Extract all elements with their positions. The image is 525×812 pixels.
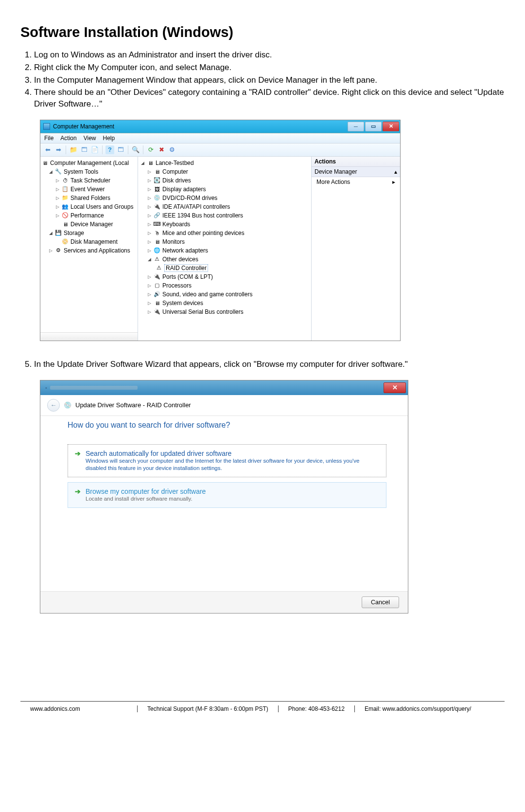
wizard-title: Update Driver Software - RAID Controller — [75, 401, 191, 409]
device-item[interactable]: Keyboards — [162, 221, 190, 228]
arrow-icon: ➔ — [75, 487, 81, 503]
tree-item[interactable]: Storage — [64, 230, 84, 236]
expander-icon[interactable]: ▷ — [147, 301, 152, 306]
device-item[interactable]: DVD/CD-ROM drives — [162, 195, 217, 201]
expander-icon[interactable]: ▷ — [55, 196, 60, 200]
device-item[interactable]: Disk drives — [162, 177, 191, 184]
expander-icon[interactable]: ▷ — [147, 213, 152, 218]
expander-icon[interactable]: ▷ — [55, 178, 60, 183]
menu-action[interactable]: Action — [60, 135, 76, 142]
expander-icon[interactable]: ▷ — [147, 187, 152, 192]
enable-icon[interactable]: ⚙ — [168, 145, 176, 154]
device-item[interactable]: Other devices — [162, 256, 198, 263]
device-item[interactable]: Monitors — [162, 238, 185, 245]
expander-icon[interactable]: ▷ — [55, 187, 60, 192]
device-icon: ⌨ — [154, 221, 160, 228]
page-footer: www.addonics.com Technical Support (M-F … — [20, 701, 505, 724]
device-item[interactable]: System devices — [162, 300, 203, 307]
tree-item[interactable]: Task Scheduler — [70, 177, 110, 184]
device-item[interactable]: IEEE 1394 Bus host controllers — [162, 212, 243, 219]
raid-controller-item[interactable]: RAID Controller — [164, 264, 208, 272]
up-folder-icon[interactable]: 📁 — [69, 145, 78, 154]
device-item[interactable]: Network adapters — [162, 247, 208, 254]
back-button[interactable]: ← — [47, 399, 60, 412]
minimize-button[interactable]: ─ — [348, 122, 364, 131]
wizard-titlebar[interactable]: • ✕ — [40, 380, 408, 395]
device-root[interactable]: Lance-Testbed — [156, 160, 194, 166]
computer-management-window: Computer Management ─ ▭ ✕ File Action Vi… — [40, 120, 401, 341]
properties-icon[interactable]: 🗔 — [116, 145, 125, 154]
expander-icon[interactable]: ▷ — [147, 231, 152, 235]
expander-icon[interactable]: ▷ — [147, 169, 152, 174]
left-tree-pane[interactable]: 🖥Computer Management (Local ◢🔧System Too… — [40, 157, 138, 341]
expander-icon[interactable]: ▷ — [147, 283, 152, 288]
page-title: Software Installation (Windows) — [20, 24, 505, 40]
device-icon: 🌐 — [154, 247, 160, 254]
device-item[interactable]: Display adapters — [162, 186, 206, 193]
option-browse-computer[interactable]: ➔ Browse my computer for driver software… — [68, 482, 386, 508]
device-item[interactable]: Universal Serial Bus controllers — [162, 308, 244, 315]
device-item[interactable]: Computer — [162, 168, 188, 175]
tree-item[interactable]: Shared Folders — [70, 195, 110, 201]
expander-icon[interactable]: ◢ — [140, 161, 145, 165]
forward-icon[interactable]: ➡ — [54, 145, 63, 154]
tree-item[interactable]: System Tools — [64, 168, 98, 175]
expander-icon[interactable]: ▷ — [147, 239, 152, 244]
expander-icon[interactable]: ▷ — [48, 248, 53, 253]
close-button[interactable]: ✕ — [384, 382, 406, 393]
tree-item[interactable]: Disk Management — [70, 238, 118, 245]
expander-icon[interactable]: ▷ — [147, 196, 152, 200]
uninstall-icon[interactable]: ✖ — [157, 145, 166, 154]
tree-root[interactable]: Computer Management (Local — [50, 160, 129, 166]
expander-icon[interactable]: ▷ — [147, 222, 152, 227]
footer-email: Email: www.addonics.com/support/query/ — [355, 705, 481, 712]
step-item: Log on to Windows as an Administrator an… — [34, 49, 505, 61]
device-item[interactable]: IDE ATA/ATAPI controllers — [162, 203, 230, 210]
device-item[interactable]: Sound, video and game controllers — [162, 291, 252, 298]
expander-icon[interactable]: ▷ — [147, 309, 152, 314]
expander-icon[interactable]: ◢ — [147, 257, 152, 262]
menu-help[interactable]: Help — [103, 135, 115, 142]
expander-icon[interactable]: ▷ — [147, 274, 152, 279]
window-titlebar[interactable]: Computer Management ─ ▭ ✕ — [40, 120, 400, 133]
expander-icon[interactable]: ▷ — [147, 248, 152, 253]
expander-icon[interactable]: ◢ — [48, 169, 53, 174]
list-icon[interactable]: 📄 — [90, 145, 99, 154]
option-title: Browse my computer for driver software — [86, 487, 206, 495]
menu-file[interactable]: File — [44, 135, 53, 142]
option-search-auto[interactable]: ➔ Search automatically for updated drive… — [68, 444, 386, 477]
expander-icon[interactable]: ◢ — [48, 231, 53, 235]
device-icon: 🖼 — [154, 186, 160, 193]
update-icon[interactable]: ⟳ — [146, 145, 155, 154]
menu-view[interactable]: View — [84, 135, 96, 142]
expander-icon[interactable]: ▷ — [55, 204, 60, 209]
tree-item[interactable]: Services and Applications — [64, 247, 130, 254]
expander-icon[interactable]: ▷ — [147, 292, 152, 297]
expander-icon[interactable]: ▷ — [147, 204, 152, 209]
device-item[interactable]: Processors — [162, 282, 192, 289]
device-item[interactable]: Mice and other pointing devices — [162, 230, 245, 236]
help-icon[interactable]: ? — [105, 145, 114, 154]
tree-icon[interactable]: 🗔 — [80, 145, 88, 154]
close-button[interactable]: ✕ — [383, 122, 399, 131]
tree-item[interactable]: Local Users and Groups — [70, 203, 133, 210]
expander-icon[interactable]: ▷ — [55, 213, 60, 218]
tree-item[interactable]: Device Manager — [70, 221, 113, 228]
back-icon[interactable]: ⬅ — [43, 145, 52, 154]
performance-icon: 🚫 — [62, 212, 69, 219]
wizard-heading: How do you want to search for driver sof… — [68, 421, 386, 430]
cancel-button[interactable]: Cancel — [362, 596, 399, 608]
event-viewer-icon: 📋 — [62, 186, 69, 193]
tree-item[interactable]: Performance — [70, 212, 104, 219]
collapse-icon[interactable]: ▴ — [394, 168, 397, 175]
scan-icon[interactable]: 🔍 — [131, 145, 140, 154]
maximize-button[interactable]: ▭ — [365, 122, 382, 131]
device-icon: 🖥 — [154, 238, 160, 245]
actions-header: Actions — [312, 157, 400, 167]
expander-icon[interactable]: ▷ — [147, 178, 152, 183]
actions-subheader[interactable]: Device Manager ▴ — [312, 167, 400, 177]
more-actions-item[interactable]: More Actions ▸ — [312, 177, 400, 187]
device-tree-pane[interactable]: ◢🖥Lance-Testbed ▷🖥Computer ▷💽Disk drives… — [138, 157, 312, 341]
tree-item[interactable]: Event Viewer — [70, 186, 105, 193]
device-item[interactable]: Ports (COM & LPT) — [162, 273, 213, 280]
